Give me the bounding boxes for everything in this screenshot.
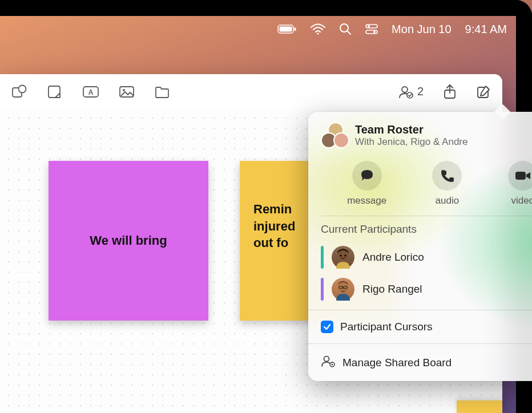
participant-color-bar (321, 246, 324, 269)
share-button[interactable] (443, 84, 457, 100)
message-icon (352, 161, 382, 191)
toggle-label: Participant Cursors (340, 321, 433, 333)
collaboration-popover: Team Roster With Jenica, Rigo & Andre me… (308, 112, 532, 381)
action-label: message (347, 195, 386, 206)
audio-button[interactable]: audio (432, 161, 462, 206)
svg-point-3 (317, 33, 319, 34)
group-avatar-icon (321, 122, 347, 148)
manage-shared-board-button[interactable]: Manage Shared Board (321, 349, 532, 373)
wifi-icon (311, 23, 325, 35)
svg-point-9 (373, 31, 376, 33)
video-icon (508, 161, 532, 191)
svg-point-24 (344, 254, 346, 256)
svg-point-18 (407, 92, 413, 98)
menu-bar: Mon Jun 10 9:41 AM (0, 16, 516, 42)
participant-color-bar (321, 278, 324, 301)
avatar (332, 246, 354, 269)
svg-rect-21 (515, 172, 526, 180)
sticky-note[interactable]: We will bring (49, 161, 208, 321)
svg-point-7 (368, 25, 370, 27)
collaborate-button[interactable]: 2 (398, 84, 424, 99)
manage-label: Manage Shared Board (342, 357, 452, 369)
sticky-note-tool-icon[interactable] (47, 84, 63, 99)
video-button[interactable]: video (508, 161, 532, 206)
battery-icon (277, 24, 297, 34)
image-tool-icon[interactable] (119, 85, 135, 99)
participant-row[interactable]: Rigo Rangel (321, 273, 532, 305)
spotlight-icon[interactable] (339, 23, 352, 35)
svg-point-29 (324, 357, 329, 362)
action-label: audio (436, 195, 460, 206)
compose-button[interactable] (476, 84, 491, 99)
section-heading: Current Participants (321, 223, 532, 236)
message-button[interactable]: message (347, 161, 386, 206)
sticky-text: Remin injured out fo (253, 202, 295, 250)
control-center-icon[interactable] (365, 23, 378, 35)
svg-rect-2 (295, 27, 296, 31)
svg-text:A: A (88, 88, 94, 96)
checkbox-checked-icon (321, 321, 333, 333)
collaborator-count: 2 (417, 85, 424, 98)
sticky-text: We will bring (90, 233, 167, 248)
text-box-tool-icon[interactable]: A (82, 85, 99, 99)
svg-point-16 (123, 89, 125, 91)
participant-cursors-toggle[interactable]: Participant Cursors (321, 315, 532, 339)
svg-rect-1 (280, 27, 292, 32)
people-gear-icon (321, 354, 336, 371)
svg-point-17 (402, 87, 408, 92)
menubar-date[interactable]: Mon Jun 10 (392, 23, 452, 36)
svg-point-11 (19, 85, 26, 92)
avatar (332, 278, 354, 301)
board-title: Team Roster (355, 123, 467, 136)
toolbar: A 2 (0, 74, 502, 110)
svg-line-5 (348, 31, 351, 35)
file-tool-icon[interactable] (154, 85, 170, 99)
svg-point-31 (332, 364, 333, 366)
participant-name: Andre Lorico (362, 251, 424, 264)
phone-icon (432, 161, 462, 191)
svg-point-23 (340, 254, 341, 256)
sticky-note-edge (457, 400, 502, 413)
menubar-time[interactable]: 9:41 AM (465, 23, 507, 36)
popover-header: Team Roster With Jenica, Rigo & Andre (321, 122, 532, 148)
participant-row[interactable]: Andre Lorico (321, 241, 532, 273)
action-label: video (511, 195, 532, 206)
shape-tool-icon[interactable] (11, 84, 27, 99)
board-subtitle: With Jenica, Rigo & Andre (355, 136, 467, 148)
participant-name: Rigo Rangel (362, 283, 422, 295)
